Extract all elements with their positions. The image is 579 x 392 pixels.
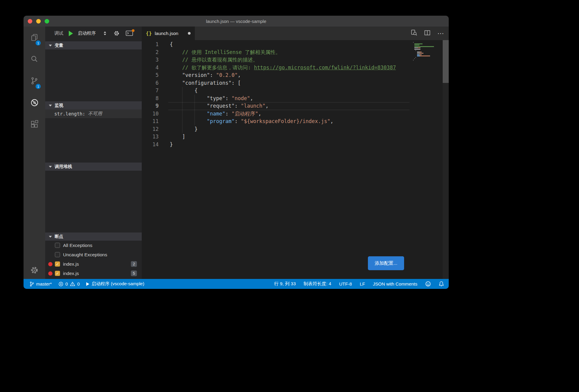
watch-expression-row[interactable]: str.length:不可用	[45, 109, 142, 118]
line-number[interactable]: 14	[142, 141, 159, 149]
section-call-stack[interactable]: 调用堆栈	[45, 163, 142, 171]
minimize-window-button[interactable]	[36, 19, 41, 24]
activity-bar: 1 1	[24, 27, 45, 279]
line-number[interactable]: 2	[142, 49, 159, 56]
modified-dot-icon	[188, 32, 191, 35]
code-line[interactable]: 10 "name": "启动程序",	[142, 110, 449, 118]
indent-guide	[182, 87, 182, 133]
section-label: 监视	[55, 103, 63, 108]
debug-config-select[interactable]: 启动程序	[78, 30, 96, 36]
configure-button[interactable]	[113, 30, 120, 36]
zoom-window-button[interactable]	[45, 19, 49, 24]
code-line[interactable]: 13 ]	[142, 133, 449, 141]
code-line[interactable]: 6 "configurations": [	[142, 79, 449, 87]
code-text: "version": "0.2.0",	[159, 71, 241, 79]
code-line[interactable]: 8 "type": "node",	[142, 95, 449, 103]
breakpoint-label: index.js	[63, 271, 79, 276]
split-editor-button[interactable]	[424, 30, 431, 37]
breakpoint-item[interactable]: ✓index.js2	[45, 259, 142, 269]
cursor-position[interactable]: 行 9, 列 33	[274, 281, 296, 287]
breakpoint-checkbox[interactable]: ✓	[55, 271, 60, 276]
sidebar-item-extensions[interactable]	[24, 113, 45, 135]
close-window-button[interactable]	[28, 19, 32, 24]
line-number[interactable]: 7	[142, 87, 159, 95]
config-dropdown-arrows[interactable]	[104, 31, 106, 35]
code-line[interactable]: 11 "program": "${workspaceFolder}/index.…	[142, 118, 449, 125]
section-watch[interactable]: 监视	[45, 101, 142, 109]
notifications-button[interactable]	[439, 281, 444, 287]
code-line[interactable]: 4 // 欲了解更多信息，请访问: https://go.microsoft.c…	[142, 64, 449, 72]
more-actions-button[interactable]: ⋯	[437, 30, 444, 37]
manage-button[interactable]	[24, 266, 45, 275]
code-text: {	[159, 41, 173, 49]
breakpoint-label: index.js	[63, 261, 79, 267]
line-number[interactable]: 10	[142, 110, 159, 118]
breakpoint-checkbox[interactable]	[55, 252, 60, 257]
warning-count: 0	[77, 281, 80, 286]
line-number[interactable]: 5	[142, 71, 159, 79]
code-line[interactable]: 1{	[142, 41, 449, 49]
error-count: 0	[65, 281, 68, 286]
start-debug-button[interactable]	[69, 31, 73, 36]
open-preview-button[interactable]	[410, 29, 417, 37]
tab-launch-json[interactable]: {} launch.json	[142, 27, 195, 40]
add-configuration-button[interactable]: 添加配置...	[368, 256, 404, 270]
section-variables[interactable]: 变量	[45, 41, 142, 49]
line-number[interactable]: 6	[142, 79, 159, 87]
breakpoint-checkbox[interactable]: ✓	[55, 261, 60, 267]
line-number[interactable]: 8	[142, 95, 159, 103]
line-number[interactable]: 11	[142, 118, 159, 125]
code-text: "type": "node",	[159, 95, 253, 103]
encoding-setting[interactable]: UTF-8	[339, 281, 352, 286]
sidebar-item-debug[interactable]	[24, 92, 45, 113]
code-text: // 悬停以查看现有属性的描述。	[159, 56, 258, 64]
language-mode[interactable]: JSON with Comments	[373, 281, 417, 286]
section-label: 断点	[55, 234, 63, 239]
git-branch-status[interactable]: master*	[30, 281, 52, 287]
sidebar-item-source-control[interactable]: 1	[24, 70, 45, 92]
git-branch-icon	[30, 281, 34, 287]
line-number[interactable]: 12	[142, 125, 159, 133]
sidebar-item-explorer[interactable]: 1	[24, 27, 45, 48]
smiley-icon	[425, 281, 431, 287]
feedback-button[interactable]	[425, 281, 431, 287]
line-number[interactable]: 1	[142, 41, 159, 49]
code-text: "name": "启动程序",	[159, 110, 261, 118]
code-editor[interactable]: 1{2 // 使用 IntelliSense 了解相关属性。3 // 悬停以查看…	[142, 40, 449, 279]
breakpoint-item[interactable]: All Exceptions	[45, 241, 142, 250]
code-line[interactable]: 14}	[142, 141, 449, 149]
sidebar-item-search[interactable]	[24, 48, 45, 70]
debug-console-button[interactable]	[126, 30, 133, 36]
code-line[interactable]: 3 // 悬停以查看现有属性的描述。	[142, 56, 449, 64]
line-number[interactable]: 9	[142, 102, 159, 110]
code-line[interactable]: 12 }	[142, 125, 449, 133]
launch-status[interactable]: 启动程序 (vscode-sample)	[86, 281, 144, 287]
scrollbar-thumb[interactable]	[443, 40, 449, 83]
breakpoint-item[interactable]: Uncaught Exceptions	[45, 250, 142, 259]
indentation-setting[interactable]: 制表符长度: 4	[304, 281, 331, 287]
section-breakpoints[interactable]: 断点	[45, 232, 142, 241]
line-number[interactable]: 4	[142, 64, 159, 72]
editor-scrollbar[interactable]	[443, 40, 449, 279]
code-line[interactable]: 9 "request": "launch",	[142, 102, 449, 110]
branch-name: master*	[36, 281, 52, 286]
eol-setting[interactable]: LF	[360, 281, 365, 286]
line-number[interactable]: 13	[142, 133, 159, 141]
vscode-window: launch.json — vscode-sample 1	[24, 16, 449, 289]
code-line[interactable]: 7 {	[142, 87, 449, 95]
breakpoint-checkbox[interactable]	[55, 243, 60, 248]
problems-status[interactable]: 0 0	[59, 281, 80, 286]
section-label: 变量	[55, 43, 63, 48]
watch-expression: str.length:	[54, 111, 85, 117]
json-file-icon: {}	[146, 31, 152, 36]
title-bar[interactable]: launch.json — vscode-sample	[24, 16, 449, 27]
search-icon	[30, 55, 39, 63]
code-line[interactable]: 2 // 使用 IntelliSense 了解相关属性。	[142, 49, 449, 56]
explorer-badge: 1	[36, 40, 41, 46]
watch-value: 不可用	[88, 111, 102, 117]
section-label: 调用堆栈	[55, 164, 72, 169]
minimap[interactable]	[413, 42, 441, 61]
code-line[interactable]: 5 "version": "0.2.0",	[142, 71, 449, 79]
breakpoint-item[interactable]: ✓index.js5	[45, 269, 142, 278]
line-number[interactable]: 3	[142, 56, 159, 64]
